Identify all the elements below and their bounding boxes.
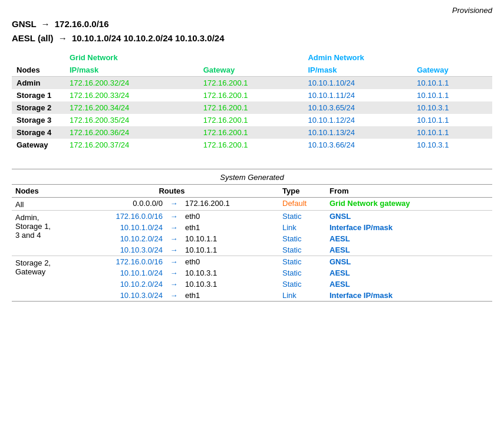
t1-grid-gw: 172.16.200.1 <box>199 89 304 101</box>
t2-arrow: → <box>165 233 183 244</box>
t2-type: Link <box>279 222 326 233</box>
section-divider <box>12 169 492 169</box>
t2-arrow: → <box>165 279 183 290</box>
t2-route-to: 10.10.3.1 <box>183 267 279 279</box>
t2-type: Default <box>279 198 326 211</box>
t2-nodes: Admin,Storage 1,3 and 4 <box>12 211 65 256</box>
t1-admin-gw: 10.10.1.1 <box>412 89 492 101</box>
route-row: Admin,Storage 1,3 and 4 172.16.0.0/16 → … <box>12 211 492 222</box>
t2-route-from: 10.10.2.0/24 <box>65 279 165 290</box>
t1-grid-ip-subheader: IP/mask <box>65 64 199 77</box>
table-row: Storage 1 172.16.200.33/24 172.16.200.1 … <box>12 89 492 101</box>
t1-grid-gw: 172.16.200.1 <box>199 126 304 139</box>
t2-nodes-header: Nodes <box>12 185 65 198</box>
t1-grid-ip: 172.16.200.33/24 <box>65 89 199 101</box>
t1-node: Storage 1 <box>12 89 65 101</box>
aesl-values: 10.10.1.0/24 10.10.2.0/24 10.10.3.0/24 <box>72 33 225 43</box>
t2-type: Static <box>279 244 326 256</box>
table-row: Storage 3 172.16.200.35/24 172.16.200.1 … <box>12 114 492 126</box>
t2-from: AESL <box>326 267 492 279</box>
t2-from: AESL <box>326 279 492 290</box>
t2-route-to: eth0 <box>183 211 279 222</box>
t1-admin-gw: 10.10.1.1 <box>412 114 492 126</box>
table-row: Storage 2 172.16.200.34/24 172.16.200.1 … <box>12 101 492 114</box>
t2-route-to: 10.10.1.1 <box>183 244 279 256</box>
t1-col-nodes-header <box>12 51 65 64</box>
t2-type-header: Type <box>279 185 326 198</box>
t1-admin-ip: 10.10.1.12/24 <box>303 114 412 126</box>
t1-grid-ip: 172.16.200.35/24 <box>65 114 199 126</box>
t2-route-from: 10.10.1.0/24 <box>65 267 165 279</box>
t1-admin-ip: 10.10.1.13/24 <box>303 126 412 139</box>
t2-from: Interface IP/mask <box>326 290 492 302</box>
t2-route-from: 0.0.0.0/0 <box>65 198 165 211</box>
t2-from: GNSL <box>326 256 492 268</box>
table-row: Admin 172.16.200.32/24 172.16.200.1 10.1… <box>12 77 492 90</box>
t1-admin-ip: 10.10.1.11/24 <box>303 89 412 101</box>
t2-arrow: → <box>165 256 183 268</box>
route-row: 10.10.1.0/24 → eth1 Link Interface IP/ma… <box>12 222 492 233</box>
t2-type: Link <box>279 290 326 302</box>
t1-grid-gw-subheader: Gateway <box>199 64 304 77</box>
table-row: Gateway 172.16.200.37/24 172.16.200.1 10… <box>12 139 492 151</box>
route-row: 10.10.3.0/24 → 10.10.1.1 Static AESL <box>12 244 492 256</box>
t1-grid-gw: 172.16.200.1 <box>199 77 304 90</box>
t2-route-from: 10.10.2.0/24 <box>65 233 165 244</box>
t1-nodes-subheader: Nodes <box>12 64 65 77</box>
t1-admin-gw: 10.10.3.1 <box>412 101 492 114</box>
route-row: 10.10.3.0/24 → eth1 Link Interface IP/ma… <box>12 290 492 302</box>
t2-route-from: 10.10.3.0/24 <box>65 290 165 302</box>
route-row: 10.10.2.0/24 → 10.10.3.1 Static AESL <box>12 279 492 290</box>
t2-route-from: 10.10.1.0/24 <box>65 222 165 233</box>
t2-route-from: 172.16.0.0/16 <box>65 256 165 268</box>
route-row: 10.10.1.0/24 → 10.10.3.1 Static AESL <box>12 267 492 279</box>
t1-node: Gateway <box>12 139 65 151</box>
header-section: GNSL → 172.16.0.0/16 AESL (all) → 10.10.… <box>12 17 492 45</box>
t2-routes-header: Routes <box>65 185 279 198</box>
aesl-label: AESL (all) <box>12 33 54 43</box>
t2-type: Static <box>279 267 326 279</box>
t2-route-from: 10.10.3.0/24 <box>65 244 165 256</box>
t2-arrow: → <box>165 211 183 222</box>
t1-node: Storage 3 <box>12 114 65 126</box>
gnsl-label: GNSL <box>12 19 36 29</box>
t2-arrow: → <box>165 244 183 256</box>
t2-route-to: 10.10.3.1 <box>183 279 279 290</box>
grid-network-header: Grid Network <box>65 51 303 64</box>
t1-node: Storage 4 <box>12 126 65 139</box>
t1-admin-gw-subheader: Gateway <box>412 64 492 77</box>
t1-node: Admin <box>12 77 65 90</box>
t1-admin-gw: 10.10.1.1 <box>412 126 492 139</box>
route-row: Storage 2,Gateway 172.16.0.0/16 → eth0 S… <box>12 256 492 268</box>
route-row: 10.10.2.0/24 → 10.10.1.1 Static AESL <box>12 233 492 244</box>
t2-arrow: → <box>165 198 183 211</box>
route-row: All 0.0.0.0/0 → 172.16.200.1 Default Gri… <box>12 198 492 211</box>
t2-type: Static <box>279 233 326 244</box>
t2-from: Grid Network gateway <box>326 198 492 211</box>
gnsl-line: GNSL → 172.16.0.0/16 <box>12 17 492 31</box>
table-row: Storage 4 172.16.200.36/24 172.16.200.1 … <box>12 126 492 139</box>
t2-route-to: eth0 <box>183 256 279 268</box>
admin-network-header: Admin Network <box>303 51 492 64</box>
t2-type: Static <box>279 279 326 290</box>
t1-grid-ip: 172.16.200.36/24 <box>65 126 199 139</box>
t2-from: GNSL <box>326 211 492 222</box>
t2-arrow: → <box>165 222 183 233</box>
gnsl-arrow: → <box>41 17 50 31</box>
t2-route-to: eth1 <box>183 222 279 233</box>
t2-nodes: All <box>12 198 65 211</box>
t1-node: Storage 2 <box>12 101 65 114</box>
t2-type: Static <box>279 256 326 268</box>
t2-from: Interface IP/mask <box>326 222 492 233</box>
t2-arrow: → <box>165 267 183 279</box>
t1-grid-ip: 172.16.200.34/24 <box>65 101 199 114</box>
t1-grid-gw: 172.16.200.1 <box>199 101 304 114</box>
gnsl-value: 172.16.0.0/16 <box>55 19 109 29</box>
t2-nodes: Storage 2,Gateway <box>12 256 65 302</box>
provisioned-status: Provisioned <box>12 6 492 15</box>
t1-admin-ip-subheader: IP/mask <box>303 64 412 77</box>
system-generated-label: System Generated <box>12 173 492 182</box>
t1-grid-gw: 172.16.200.1 <box>199 139 304 151</box>
aesl-line: AESL (all) → 10.10.1.0/24 10.10.2.0/24 1… <box>12 31 492 45</box>
t1-admin-ip: 10.10.1.10/24 <box>303 77 412 90</box>
